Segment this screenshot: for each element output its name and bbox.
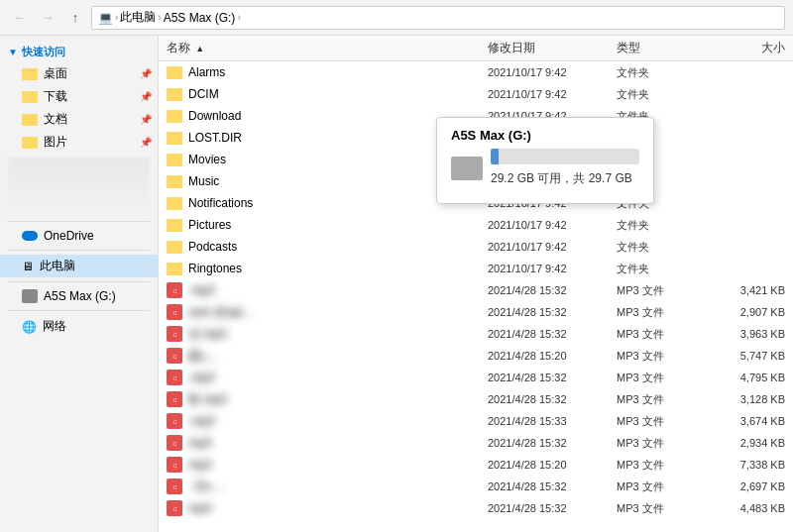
folder-icon [22, 91, 38, 103]
sidebar-item-downloads[interactable]: 下载 📌 [0, 85, 158, 108]
folder-icon [22, 137, 38, 149]
file-name: ♫ - Do ... [167, 479, 488, 494]
drive-tooltip: A5S Max (G:) 29.2 GB 可用，共 29.7 GB [436, 117, 654, 204]
sidebar-item-onedrive[interactable]: OneDrive [0, 226, 158, 246]
mp3-icon: ♫ [167, 479, 182, 494]
sidebar-blurred-section [8, 158, 150, 217]
sidebar-divider4 [8, 310, 150, 311]
file-name: Pictures [167, 218, 488, 232]
breadcrumb-drive[interactable]: A5S Max (G:) [164, 11, 236, 25]
file-rows: ♫ .mp3 2021/4/28 15:32 MP3 文件 3,421 KB ♫… [159, 279, 793, 519]
storage-progress-fill [491, 149, 499, 164]
network-icon: 🌐 [22, 320, 37, 334]
chevron-down-icon: ▼ [8, 47, 18, 57]
sidebar-item-network[interactable]: 🌐 网络 [0, 315, 158, 338]
mp3-icon: ♫ [167, 435, 182, 451]
mp3-icon: ♫ [167, 413, 182, 429]
mp3-icon: ♫ [167, 500, 182, 516]
folder-icon [167, 110, 182, 123]
folder-icon [22, 68, 38, 80]
folder-icon [167, 66, 182, 79]
table-row[interactable]: ♫ 歌.mp3 2021/4/28 15:32 MP3 文件 3,128 KB [159, 388, 793, 410]
sidebar-quickaccess-header[interactable]: ▼ 快速访问 [0, 42, 158, 62]
col-name-header[interactable]: 名称 ▲ [167, 40, 488, 56]
sidebar-item-a5s-label: A5S Max (G:) [44, 289, 116, 303]
onedrive-icon [22, 231, 38, 241]
sidebar: ▼ 快速访问 桌面 📌 下载 📌 文档 📌 图片 📌 O [0, 36, 159, 532]
sort-arrow-up: ▲ [195, 44, 204, 53]
folder-icon [167, 219, 182, 232]
file-name: ♫ 版).... [167, 348, 488, 365]
tooltip-title: A5S Max (G:) [451, 128, 639, 143]
drive-graphic-icon [451, 157, 483, 180]
table-row[interactable]: ♫ .mp3 2021/4/28 15:32 MP3 文件 4,795 KB [159, 367, 793, 388]
sidebar-item-documents-label: 文档 [44, 111, 67, 128]
breadcrumb-thispc[interactable]: 此电脑 [120, 9, 156, 26]
mp3-icon: ♫ [167, 457, 182, 473]
sidebar-item-thispc-label: 此电脑 [40, 258, 75, 274]
table-row[interactable]: ♫ - Do ... 2021/4/28 15:32 MP3 文件 2,697 … [159, 476, 793, 497]
folder-icon [167, 88, 182, 101]
table-row[interactable]: ♫ .mp3 2021/4/28 15:32 MP3 文件 3,421 KB [159, 279, 793, 301]
sidebar-item-a5s[interactable]: A5S Max (G:) [0, 286, 158, 306]
mp3-icon: ♫ [167, 348, 182, 364]
table-row[interactable]: Podcasts 2021/10/17 9:42 文件夹 [159, 236, 793, 258]
table-row[interactable]: ♫ 版).... 2021/4/28 15:20 MP3 文件 5,747 KB [159, 345, 793, 367]
folder-icon [167, 154, 182, 166]
pin-icon: 📌 [140, 91, 152, 102]
sidebar-item-desktop-label: 桌面 [44, 65, 67, 82]
mp3-icon: ♫ [167, 304, 182, 320]
file-name: ♫ .mp3 [167, 282, 488, 298]
back-button[interactable]: ← [8, 6, 32, 30]
folder-icon [167, 197, 182, 210]
mp3-icon: ♫ [167, 326, 182, 342]
folder-icon [167, 241, 182, 254]
sidebar-item-documents[interactable]: 文档 📌 [0, 108, 158, 131]
computer-icon: 🖥 [22, 260, 34, 273]
table-row[interactable]: DCIM 2021/10/17 9:42 文件夹 [159, 83, 793, 105]
table-row[interactable]: ♫ .mp3 2021/4/28 15:33 MP3 文件 3,674 KB [159, 410, 793, 432]
mp3-icon: ♫ [167, 370, 182, 385]
forward-button[interactable]: → [36, 6, 59, 30]
table-row[interactable]: Ringtones 2021/10/17 9:42 文件夹 [159, 258, 793, 279]
table-row[interactable]: Alarms 2021/10/17 9:42 文件夹 [159, 61, 793, 83]
mp3-icon: ♫ [167, 282, 182, 298]
sidebar-item-pictures-label: 图片 [44, 134, 67, 151]
sidebar-item-pictures[interactable]: 图片 📌 [0, 131, 158, 154]
table-row[interactable]: ♫ mp3 2021/4/28 15:20 MP3 文件 7,338 KB [159, 454, 793, 476]
col-size-header[interactable]: 大小 [706, 40, 785, 56]
pin-icon: 📌 [140, 137, 152, 148]
file-name: ♫ 歌.mp3 [167, 391, 488, 408]
file-name: ♫ oom (Expl... [167, 304, 488, 320]
top-bar: ← → ↑ 💻 › 此电脑 › A5S Max (G:) › [0, 0, 793, 36]
sidebar-item-onedrive-label: OneDrive [44, 229, 94, 243]
up-button[interactable]: ↑ [63, 6, 87, 30]
breadcrumb-bar[interactable]: 💻 › 此电脑 › A5S Max (G:) › [91, 6, 785, 30]
folder-icon [167, 175, 182, 188]
table-row[interactable]: ♫ mp3 2021/4/28 15:32 MP3 文件 2,934 KB [159, 432, 793, 454]
mp3-icon: ♫ [167, 391, 182, 407]
file-name: ♫ mp3 [167, 457, 488, 473]
sidebar-item-desktop[interactable]: 桌面 📌 [0, 62, 158, 85]
file-list-header: 名称 ▲ 修改日期 类型 大小 [159, 36, 793, 61]
table-row[interactable]: ♫ mp3 2021/4/28 15:32 MP3 文件 4,483 KB [159, 497, 793, 519]
file-name: ♫ mp3 [167, 500, 488, 516]
sidebar-divider3 [8, 281, 150, 282]
file-name: ♫ .mp3 [167, 370, 488, 385]
sidebar-divider [8, 221, 150, 222]
file-name: Alarms [167, 65, 488, 79]
pin-icon: 📌 [140, 68, 152, 79]
file-name: Podcasts [167, 240, 488, 254]
tooltip-storage-info: 29.2 GB 可用，共 29.7 GB [491, 170, 639, 187]
sidebar-item-network-label: 网络 [43, 318, 66, 335]
col-date-header[interactable]: 修改日期 [488, 40, 617, 56]
table-row[interactable]: Pictures 2021/10/17 9:42 文件夹 [159, 214, 793, 236]
main-area: ▼ 快速访问 桌面 📌 下载 📌 文档 📌 图片 📌 O [0, 36, 793, 532]
folder-icon [167, 263, 182, 275]
sidebar-item-thispc[interactable]: 🖥 此电脑 [0, 255, 158, 277]
table-row[interactable]: ♫ oom (Expl... 2021/4/28 15:32 MP3 文件 2,… [159, 301, 793, 323]
col-type-header[interactable]: 类型 [617, 40, 706, 56]
table-row[interactable]: ♫ 过.mp3 2021/4/28 15:32 MP3 文件 3,963 KB [159, 323, 793, 345]
file-name: DCIM [167, 87, 488, 101]
disk-icon [22, 289, 38, 303]
